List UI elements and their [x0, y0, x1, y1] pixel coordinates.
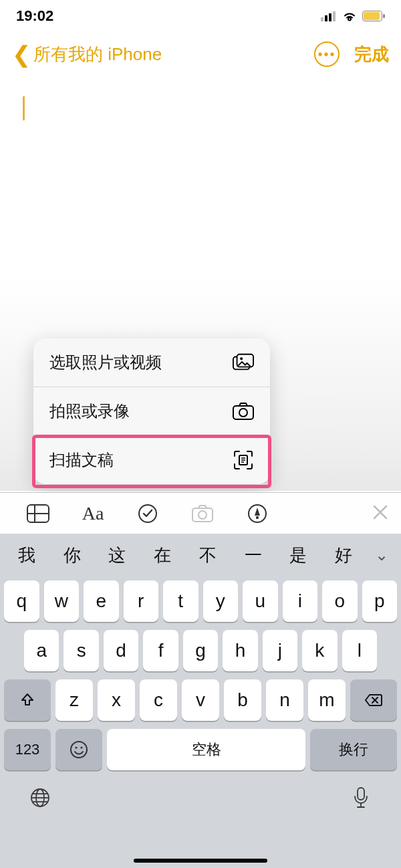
- key-o[interactable]: o: [322, 580, 358, 622]
- svg-point-28: [71, 742, 87, 758]
- svg-point-11: [239, 409, 247, 417]
- key-shift[interactable]: [4, 679, 51, 721]
- key-emoji[interactable]: [55, 729, 102, 770]
- home-indicator[interactable]: [134, 859, 267, 863]
- text-cursor: [23, 96, 25, 120]
- cellular-signal-icon: [321, 11, 337, 21]
- svg-rect-23: [256, 516, 259, 519]
- candidate-expand[interactable]: ⌄: [366, 546, 397, 564]
- svg-point-9: [240, 357, 243, 360]
- keyboard-bottom-bar: [0, 774, 401, 821]
- back-label: 所有我的 iPhone: [33, 43, 162, 66]
- key-v[interactable]: v: [182, 679, 219, 721]
- table-button[interactable]: [13, 498, 63, 529]
- candidate[interactable]: 在: [140, 544, 185, 567]
- menu-item-scan-document[interactable]: 扫描文稿: [33, 436, 270, 484]
- notes-toolbar: Aa: [0, 492, 401, 534]
- status-bar: 19:02: [0, 0, 401, 32]
- key-p[interactable]: p: [362, 580, 398, 622]
- svg-rect-5: [364, 12, 380, 20]
- more-button[interactable]: •••: [314, 41, 340, 67]
- candidate[interactable]: 是: [276, 544, 321, 567]
- svg-rect-36: [358, 788, 364, 800]
- key-i[interactable]: i: [283, 580, 318, 622]
- menu-item-label: 扫描文稿: [49, 449, 114, 471]
- key-n[interactable]: n: [266, 679, 303, 721]
- candidate[interactable]: 我: [4, 544, 49, 567]
- key-k[interactable]: k: [302, 630, 337, 671]
- svg-point-29: [75, 746, 77, 748]
- chevron-left-icon: ❮: [12, 43, 31, 66]
- nav-bar: ❮ 所有我的 iPhone ••• 完成: [0, 32, 401, 76]
- candidate[interactable]: 一: [231, 544, 276, 567]
- attachment-menu: 选取照片或视频 拍照或录像 扫描文稿: [33, 338, 270, 484]
- status-time: 19:02: [16, 7, 53, 25]
- svg-point-21: [198, 511, 207, 519]
- done-button[interactable]: 完成: [354, 43, 389, 66]
- key-space[interactable]: 空格: [107, 729, 305, 770]
- more-icon: •••: [317, 47, 336, 62]
- back-button[interactable]: ❮ 所有我的 iPhone: [12, 43, 314, 66]
- menu-item-label: 选取照片或视频: [49, 352, 162, 373]
- key-d[interactable]: d: [104, 630, 138, 671]
- key-r[interactable]: r: [124, 580, 159, 622]
- markup-button[interactable]: [233, 498, 282, 529]
- checklist-button[interactable]: [123, 498, 172, 529]
- key-numbers[interactable]: 123: [4, 729, 51, 770]
- svg-rect-0: [321, 17, 323, 21]
- key-z[interactable]: z: [55, 679, 93, 721]
- key-e[interactable]: e: [84, 580, 119, 622]
- key-return[interactable]: 换行: [310, 729, 397, 770]
- key-delete[interactable]: [350, 679, 397, 721]
- svg-rect-6: [383, 14, 385, 18]
- key-f[interactable]: f: [143, 630, 178, 671]
- menu-item-take-photo[interactable]: 拍照或录像: [33, 387, 270, 436]
- key-y[interactable]: y: [203, 580, 239, 622]
- format-button[interactable]: Aa: [68, 498, 118, 529]
- svg-rect-3: [333, 11, 336, 21]
- menu-item-choose-photo[interactable]: 选取照片或视频: [33, 338, 270, 387]
- key-g[interactable]: g: [183, 630, 218, 671]
- key-b[interactable]: b: [224, 679, 261, 721]
- candidate-row: 我 你 这 在 不 一 是 好 ⌄: [0, 534, 401, 576]
- key-x[interactable]: x: [98, 679, 135, 721]
- key-q[interactable]: q: [4, 580, 39, 622]
- key-l[interactable]: l: [342, 630, 377, 671]
- key-u[interactable]: u: [243, 580, 278, 622]
- key-c[interactable]: c: [140, 679, 177, 721]
- svg-rect-1: [325, 15, 327, 21]
- wifi-icon: [342, 11, 357, 21]
- candidate[interactable]: 不: [185, 544, 231, 567]
- candidate[interactable]: 这: [95, 544, 140, 567]
- key-w[interactable]: w: [44, 580, 80, 622]
- candidate[interactable]: 好: [321, 544, 366, 567]
- key-j[interactable]: j: [263, 630, 297, 671]
- toolbar-close-button[interactable]: [373, 503, 388, 524]
- key-s[interactable]: s: [63, 630, 98, 671]
- menu-item-label: 拍照或录像: [49, 401, 130, 422]
- keyboard: 我 你 这 在 不 一 是 好 ⌄ q w e r t y u i o p: [0, 534, 401, 868]
- camera-toolbar-button[interactable]: [178, 498, 227, 529]
- svg-point-30: [80, 746, 82, 748]
- svg-rect-2: [329, 13, 331, 21]
- key-a[interactable]: a: [24, 630, 59, 671]
- key-t[interactable]: t: [163, 580, 198, 622]
- key-m[interactable]: m: [308, 679, 346, 721]
- scan-icon: [233, 451, 254, 469]
- dictation-button[interactable]: [348, 784, 374, 811]
- gallery-icon: [233, 353, 254, 372]
- camera-icon: [233, 402, 254, 421]
- candidate[interactable]: 你: [49, 544, 95, 567]
- globe-button[interactable]: [27, 784, 53, 811]
- battery-icon: [362, 11, 385, 21]
- key-h[interactable]: h: [223, 630, 257, 671]
